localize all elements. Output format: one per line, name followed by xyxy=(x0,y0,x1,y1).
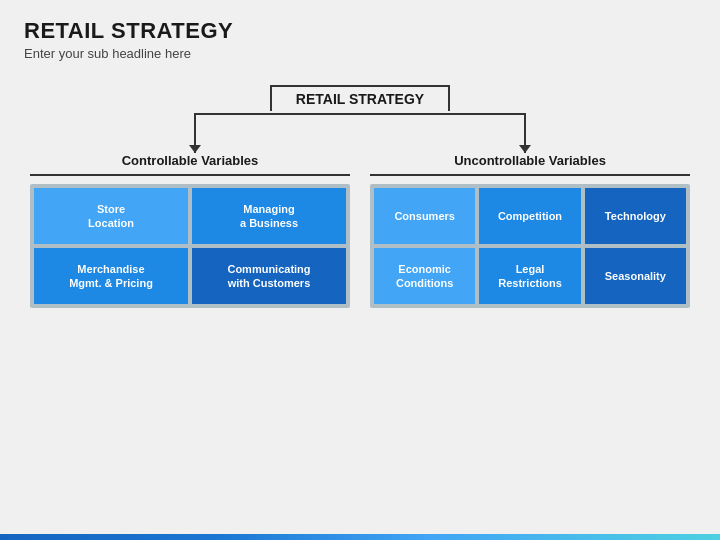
uncontrollable-bottom-row: EconomicConditions LegalRestrictions Sea… xyxy=(374,248,686,304)
cell-seasonality: Seasonality xyxy=(585,248,686,304)
top-section: RETAIL STRATEGY xyxy=(30,85,690,111)
connector-lines xyxy=(30,113,690,153)
sub-headline: Enter your sub headline here xyxy=(24,46,696,61)
controllable-grid: StoreLocation Managinga Business Merchan… xyxy=(30,184,350,308)
cell-consumers: Consumers xyxy=(374,188,475,244)
cell-technology: Technology xyxy=(585,188,686,244)
cell-managing-business: Managinga Business xyxy=(192,188,346,244)
slide: RETAIL STRATEGY Enter your sub headline … xyxy=(0,0,720,540)
header: RETAIL STRATEGY Enter your sub headline … xyxy=(0,0,720,69)
controllable-divider xyxy=(30,174,350,176)
uncontrollable-grid: Consumers Competition Technology Economi… xyxy=(370,184,690,308)
bottom-bar xyxy=(0,534,720,540)
left-arrow-icon xyxy=(189,145,201,153)
uncontrollable-divider xyxy=(370,174,690,176)
cell-store-location: StoreLocation xyxy=(34,188,188,244)
cell-merchandise: MerchandiseMgmt. & Pricing xyxy=(34,248,188,304)
diagram-area: RETAIL STRATEGY Controllable Variables S… xyxy=(30,85,690,308)
controllable-column: Controllable Variables StoreLocation Man… xyxy=(30,153,350,308)
controllable-2x2: StoreLocation Managinga Business Merchan… xyxy=(34,188,346,304)
main-title: RETAIL STRATEGY xyxy=(24,18,696,44)
uncontrollable-column: Uncontrollable Variables Consumers Compe… xyxy=(370,153,690,308)
uncontrollable-header: Uncontrollable Variables xyxy=(454,153,606,168)
columns-row: Controllable Variables StoreLocation Man… xyxy=(30,153,690,308)
controllable-header: Controllable Variables xyxy=(122,153,259,168)
cell-competition: Competition xyxy=(479,188,580,244)
right-arrow-icon xyxy=(519,145,531,153)
cell-communicating: Communicatingwith Customers xyxy=(192,248,346,304)
retail-strategy-label: RETAIL STRATEGY xyxy=(270,85,450,111)
cell-legal: LegalRestrictions xyxy=(479,248,580,304)
uncontrollable-top-row: Consumers Competition Technology xyxy=(374,188,686,244)
cell-economic: EconomicConditions xyxy=(374,248,475,304)
